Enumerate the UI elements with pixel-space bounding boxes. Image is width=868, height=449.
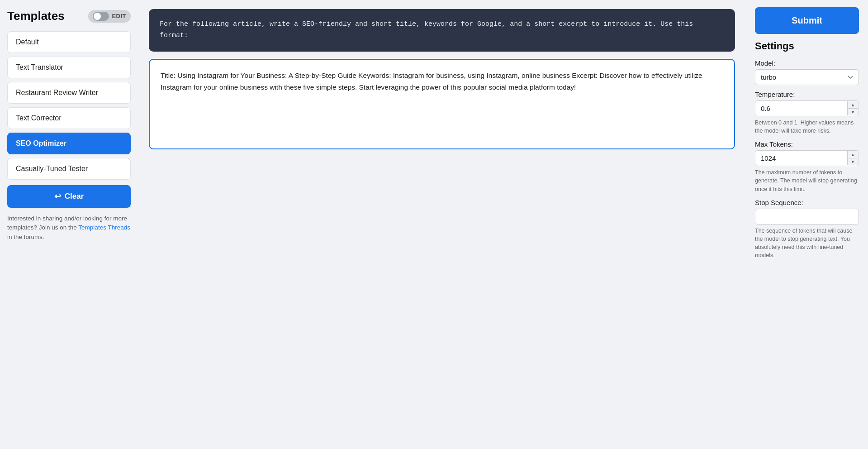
- temperature-input-wrapper: ▲ ▼: [755, 100, 859, 116]
- max-tokens-group: Max Tokens: ▲ ▼ The maximum number of to…: [755, 140, 859, 193]
- temperature-group: Temperature: ▲ ▼ Between 0 and 1. Higher…: [755, 91, 859, 135]
- stop-sequence-group: Stop Sequence: The sequence of tokens th…: [755, 199, 859, 260]
- template-item-text-corrector[interactable]: Text Corrector: [7, 107, 131, 129]
- temperature-hint: Between 0 and 1. Higher values means the…: [755, 119, 859, 135]
- main-content: Title: Using Instagram for Your Business…: [138, 0, 746, 449]
- temperature-label: Temperature:: [755, 91, 859, 98]
- max-tokens-hint: The maximum number of tokens to generate…: [755, 168, 859, 193]
- toggle-thumb: [94, 13, 101, 20]
- templates-threads-link[interactable]: Templates Threads: [78, 224, 130, 231]
- temperature-input[interactable]: [755, 100, 859, 116]
- max-tokens-spinner: ▲ ▼: [847, 151, 858, 165]
- model-group: Model: turbo davinci curie babbage ada: [755, 59, 859, 85]
- sidebar: Templates EDIT Default Text Translator R…: [0, 0, 138, 449]
- max-tokens-label: Max Tokens:: [755, 140, 859, 148]
- prompt-textarea[interactable]: [149, 9, 735, 52]
- submit-button[interactable]: Submit: [755, 7, 859, 34]
- undo-icon: ↩: [54, 191, 61, 201]
- template-item-seo-optimizer[interactable]: SEO Optimizer: [7, 133, 131, 154]
- output-text: Title: Using Instagram for Your Business…: [161, 72, 702, 91]
- template-item-casually-tuned[interactable]: Casually-Tuned Tester: [7, 158, 131, 180]
- footer-text-after: in the forums.: [7, 234, 44, 240]
- toggle-track: [93, 12, 109, 21]
- max-tokens-up[interactable]: ▲: [847, 151, 858, 158]
- right-panel: Submit Settings Model: turbo davinci cur…: [746, 0, 868, 449]
- sidebar-title: Templates: [7, 9, 65, 23]
- stop-sequence-input[interactable]: [755, 209, 859, 224]
- max-tokens-down[interactable]: ▼: [847, 158, 858, 165]
- model-label: Model:: [755, 59, 859, 67]
- temperature-down[interactable]: ▼: [847, 109, 858, 115]
- max-tokens-input-wrapper: ▲ ▼: [755, 150, 859, 166]
- clear-button[interactable]: ↩ Clear: [7, 185, 131, 208]
- stop-sequence-hint: The sequence of tokens that will cause t…: [755, 227, 859, 260]
- template-item-text-translator[interactable]: Text Translator: [7, 57, 131, 78]
- edit-toggle[interactable]: EDIT: [88, 10, 131, 23]
- toggle-label: EDIT: [112, 13, 126, 19]
- sidebar-footer: Interested in sharing and/or looking for…: [7, 214, 131, 242]
- settings-title: Settings: [755, 40, 859, 52]
- template-list: Default Text Translator Restaurant Revie…: [7, 31, 131, 180]
- max-tokens-input[interactable]: [755, 150, 859, 166]
- settings-section: Settings Model: turbo davinci curie babb…: [755, 40, 859, 259]
- template-item-default[interactable]: Default: [7, 31, 131, 53]
- sidebar-header: Templates EDIT: [7, 9, 131, 23]
- clear-label: Clear: [65, 192, 84, 201]
- template-item-restaurant-review[interactable]: Restaurant Review Writer: [7, 82, 131, 104]
- model-select[interactable]: turbo davinci curie babbage ada: [755, 69, 859, 85]
- stop-sequence-label: Stop Sequence:: [755, 199, 859, 206]
- output-box: Title: Using Instagram for Your Business…: [149, 59, 735, 149]
- temperature-up[interactable]: ▲: [847, 101, 858, 109]
- temperature-spinner: ▲ ▼: [847, 101, 858, 115]
